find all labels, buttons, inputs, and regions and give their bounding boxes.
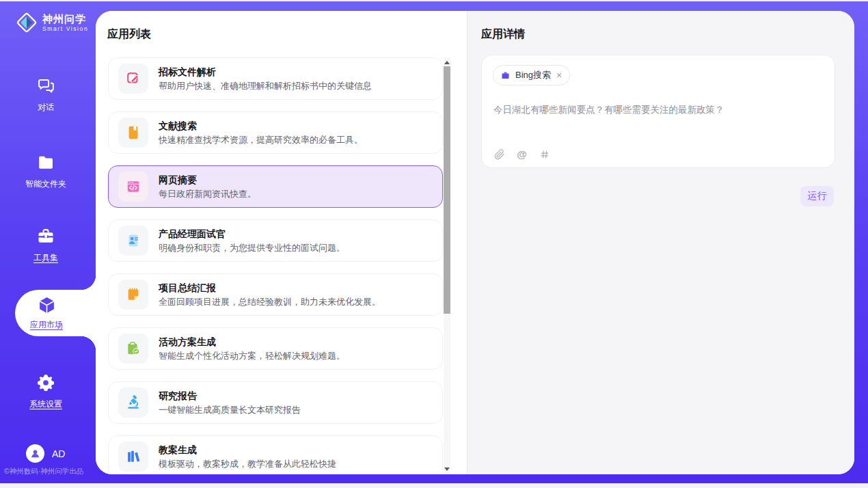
- app-icon-tile: [118, 280, 148, 310]
- brand-name: 神州问学: [42, 13, 88, 25]
- avatar: [26, 444, 44, 463]
- brand: 神州问学 Smart Vision: [15, 11, 88, 34]
- prompt-text[interactable]: 今日湖北有哪些新闻要点？有哪些需要关注的最新政策？: [493, 103, 821, 116]
- user-account[interactable]: AD: [26, 444, 65, 463]
- books-icon: [126, 449, 141, 464]
- prompt-card[interactable]: Bing搜索 × 今日湖北有哪些新闻要点？有哪些需要关注的最新政策？ @: [481, 55, 835, 168]
- briefcase-icon: [500, 70, 511, 81]
- app-frame: 神州问学 Smart Vision 对话: [0, 1, 868, 483]
- app-icon-tile: [118, 388, 148, 418]
- sidebar-item-label: 智能文件夹: [0, 178, 92, 190]
- app-title: 研究报告: [159, 390, 301, 402]
- app-card[interactable]: 教案生成 模板驱动，教案秒成，教学准备从此轻松快捷: [108, 435, 443, 474]
- app-icon-tile: [118, 442, 148, 472]
- sidebar-item-label: 工具集: [0, 252, 92, 264]
- book-icon: [126, 125, 141, 140]
- app-desc: 快速精准查找学术资源，提高研究效率的必备工具。: [159, 135, 363, 146]
- sidebar-item-label: 系统设置: [0, 398, 92, 410]
- app-card[interactable]: 网页摘要 每日政府新闻资讯快查。: [108, 165, 443, 208]
- sidebar-footer: ©神州数码·神州问学出品: [4, 467, 96, 476]
- sidebar-item-chat[interactable]: 对话: [0, 77, 92, 113]
- sidebar-item-label: 应用市场: [15, 319, 78, 331]
- app-detail-panel: 应用详情 Bing搜索 × 今日湖北有哪些新闻要点？有哪些需要关注的最新政策？: [467, 11, 854, 474]
- at-icon[interactable]: @: [516, 148, 528, 160]
- sidebar-item-smart-folder[interactable]: 智能文件夹: [0, 153, 92, 190]
- app-card[interactable]: 产品经理面试官 明确身份和职责，为您提供专业性的面试问题。: [108, 219, 443, 262]
- app-list-panel: 应用列表 招标文件解析 帮助用户快速、准确地理解和解析招标书中的关键信息 文献搜…: [96, 11, 467, 474]
- app-icon-tile: [118, 226, 148, 256]
- sidebar-item-toolset[interactable]: 工具集: [0, 227, 92, 264]
- scroll-up-icon[interactable]: [444, 59, 450, 66]
- app-title: 活动方案生成: [159, 336, 345, 348]
- paperclip-icon[interactable]: [493, 148, 505, 160]
- app-icon-tile: [118, 334, 148, 364]
- scrollbar[interactable]: [444, 57, 450, 474]
- microscope-icon: [126, 395, 141, 410]
- app-icon-tile: [118, 172, 148, 202]
- app-icon-tile: [118, 64, 148, 94]
- brand-logo-icon: [15, 11, 38, 34]
- tool-chip-label: Bing搜索: [515, 69, 551, 81]
- scroll-thumb[interactable]: [444, 66, 450, 314]
- run-button[interactable]: 运行: [800, 186, 834, 206]
- app-card-list: 招标文件解析 帮助用户快速、准确地理解和解析招标书中的关键信息 文献搜索 快速精…: [108, 57, 443, 474]
- folder-icon: [36, 153, 55, 172]
- app-card[interactable]: 研究报告 一键智能生成高质量长文本研究报告: [108, 381, 443, 424]
- app-desc: 一键智能生成高质量长文本研究报告: [159, 405, 301, 416]
- app-title: 项目总结汇报: [159, 282, 381, 294]
- browser-code-icon: [126, 179, 141, 194]
- app-desc: 帮助用户快速、准确地理解和解析招标书中的关键信息: [159, 81, 372, 92]
- bubble-fillet-bottom: [81, 336, 96, 351]
- gear-icon: [36, 373, 55, 392]
- app-desc: 智能生成个性化活动方案，轻松解决规划难题。: [159, 351, 345, 362]
- app-title: 文献搜索: [159, 120, 363, 132]
- user-name: AD: [52, 448, 65, 459]
- chat-icon: [36, 77, 55, 96]
- user-icon: [29, 448, 41, 459]
- scroll-down-icon[interactable]: [444, 465, 450, 472]
- cube-icon: [38, 296, 56, 314]
- attachment-toolbar: @: [493, 148, 550, 160]
- sidebar-item-settings[interactable]: 系统设置: [0, 373, 92, 410]
- app-title: 产品经理面试官: [159, 228, 345, 240]
- document-edit-icon: [126, 71, 141, 86]
- app-card[interactable]: 活动方案生成 智能生成个性化活动方案，轻松解决规划难题。: [108, 327, 443, 370]
- clipboard-check-icon: [126, 341, 141, 356]
- content-area: 应用列表 招标文件解析 帮助用户快速、准确地理解和解析招标书中的关键信息 文献搜…: [96, 11, 854, 474]
- app-desc: 模板驱动，教案秒成，教学准备从此轻松快捷: [159, 459, 336, 470]
- sidebar-item-app-market-selected[interactable]: 应用市场: [15, 290, 96, 336]
- app-card[interactable]: 文献搜索 快速精准查找学术资源，提高研究效率的必备工具。: [108, 111, 443, 154]
- app-desc: 每日政府新闻资讯快查。: [159, 189, 256, 200]
- app-title: 招标文件解析: [159, 66, 372, 78]
- app-desc: 全面回顾项目进展，总结经验教训，助力未来优化发展。: [159, 297, 381, 308]
- sidebar-item-label: 对话: [0, 102, 92, 113]
- app-title: 网页摘要: [159, 174, 256, 186]
- interviewer-icon: [126, 233, 141, 248]
- sticky-note-icon: [126, 287, 141, 302]
- brand-subtitle: Smart Vision: [42, 25, 88, 32]
- app-icon-tile: [118, 118, 148, 148]
- sidebar: 神州问学 Smart Vision 对话: [0, 1, 96, 483]
- hash-icon[interactable]: [539, 148, 550, 160]
- tool-chip[interactable]: Bing搜索 ×: [493, 65, 570, 85]
- app-desc: 明确身份和职责，为您提供专业性的面试问题。: [159, 243, 345, 254]
- app-card[interactable]: 招标文件解析 帮助用户快速、准确地理解和解析招标书中的关键信息: [108, 57, 443, 100]
- toolbox-icon: [36, 227, 55, 246]
- app-card[interactable]: 项目总结汇报 全面回顾项目进展，总结经验教训，助力未来优化发展。: [108, 273, 443, 316]
- bubble-fillet-top: [81, 275, 96, 290]
- app-list-title: 应用列表: [107, 27, 151, 42]
- page: 神州问学 Smart Vision 对话: [0, 0, 868, 488]
- chip-close-icon[interactable]: ×: [556, 70, 562, 80]
- app-title: 教案生成: [159, 444, 336, 456]
- app-detail-title: 应用详情: [481, 27, 525, 42]
